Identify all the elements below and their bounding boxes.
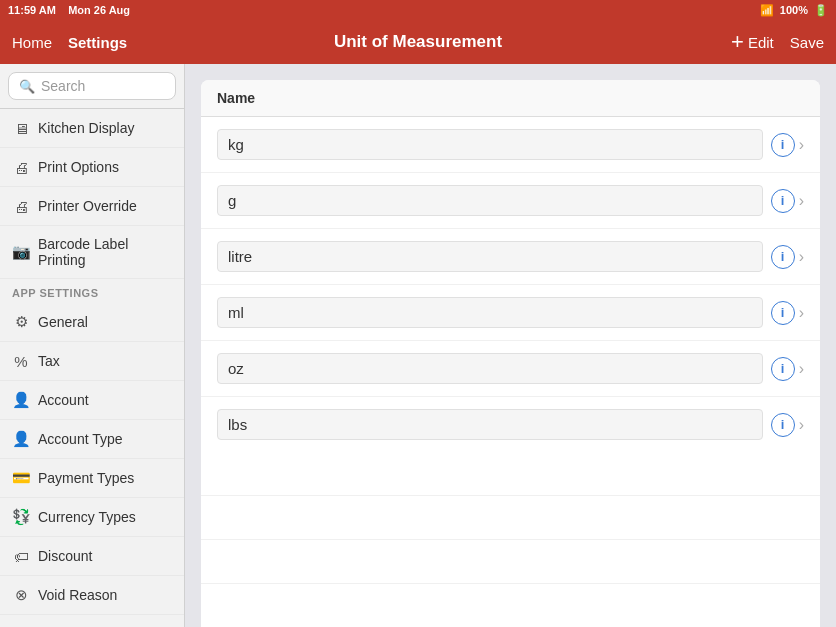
add-edit-button[interactable]: + Edit (731, 29, 774, 55)
save-button[interactable]: Save (790, 34, 824, 51)
sidebar-item-kitchen-display[interactable]: 🖥Kitchen Display (0, 109, 184, 148)
status-indicators: 📶 100% 🔋 (760, 4, 828, 17)
chevron-icon-ml[interactable]: › (799, 304, 804, 322)
main-layout: 🔍 Search 🖥Kitchen Display🖨Print Options🖨… (0, 64, 836, 627)
sidebar-label-print-options: Print Options (38, 159, 119, 175)
barcode-label-icon: 📷 (12, 243, 30, 261)
sidebar-label-discount: Discount (38, 548, 92, 564)
battery-icon: 🔋 (814, 4, 828, 17)
sidebar-item-printer-override[interactable]: 🖨Printer Override (0, 187, 184, 226)
wifi-icon: 📶 (760, 4, 774, 17)
status-time: 11:59 AM Mon 26 Aug (8, 4, 130, 16)
plus-icon: + (731, 29, 744, 55)
nav-bar: Home Settings Unit of Measurement + Edit… (0, 20, 836, 64)
info-button-g[interactable]: i (771, 189, 795, 213)
discount-icon: 🏷 (12, 547, 30, 565)
table-row[interactable]: mli› (201, 285, 820, 341)
chevron-icon-g[interactable]: › (799, 192, 804, 210)
table-row[interactable]: litrei› (201, 229, 820, 285)
sidebar-label-kitchen-display: Kitchen Display (38, 120, 135, 136)
search-input[interactable]: Search (41, 78, 85, 94)
home-button[interactable]: Home (12, 34, 52, 51)
sidebar-label-account: Account (38, 392, 89, 408)
table-row[interactable]: ozi› (201, 341, 820, 397)
account-type-icon: 👤 (12, 430, 30, 448)
chevron-icon-lbs[interactable]: › (799, 416, 804, 434)
table-row[interactable]: gi› (201, 173, 820, 229)
main-content: Name kgi›gi›litrei›mli›ozi›lbsi› - Setup… (185, 64, 836, 627)
sidebar-label-account-type: Account Type (38, 431, 123, 447)
sidebar-item-currency-types[interactable]: 💱Currency Types (0, 498, 184, 537)
sidebar-item-general[interactable]: ⚙General (0, 303, 184, 342)
nav-title: Unit of Measurement (334, 32, 502, 52)
info-button-ml[interactable]: i (771, 301, 795, 325)
currency-types-icon: 💱 (12, 508, 30, 526)
kitchen-display-icon: 🖥 (12, 119, 30, 137)
printer-override-icon: 🖨 (12, 197, 30, 215)
row-actions-lbs: i› (771, 413, 804, 437)
print-options-icon: 🖨 (12, 158, 30, 176)
row-actions-oz: i› (771, 357, 804, 381)
sidebar-item-account[interactable]: 👤Account (0, 381, 184, 420)
sidebar: 🔍 Search 🖥Kitchen Display🖨Print Options🖨… (0, 64, 185, 627)
empty-row (201, 540, 820, 584)
table-row[interactable]: lbsi› (201, 397, 820, 452)
general-icon: ⚙ (12, 313, 30, 331)
row-actions-kg: i› (771, 133, 804, 157)
search-icon: 🔍 (19, 79, 35, 94)
search-box[interactable]: 🔍 Search (8, 72, 176, 100)
sidebar-item-payment-types[interactable]: 💳Payment Types (0, 459, 184, 498)
search-container: 🔍 Search (0, 64, 184, 109)
table-rows: kgi›gi›litrei›mli›ozi›lbsi› (201, 117, 820, 452)
row-actions-ml: i› (771, 301, 804, 325)
payment-types-icon: 💳 (12, 469, 30, 487)
row-name-kg: kg (217, 129, 763, 160)
sidebar-item-print-options[interactable]: 🖨Print Options (0, 148, 184, 187)
app-settings-header: APP SETTINGS (0, 279, 184, 303)
content-card: Name kgi›gi›litrei›mli›ozi›lbsi› (201, 80, 820, 627)
sidebar-label-tax: Tax (38, 353, 60, 369)
row-name-lbs: lbs (217, 409, 763, 440)
nav-right: + Edit Save (731, 29, 824, 55)
chevron-icon-oz[interactable]: › (799, 360, 804, 378)
sidebar-label-printer-override: Printer Override (38, 198, 137, 214)
sidebar-items: 🖥Kitchen Display🖨Print Options🖨Printer O… (0, 109, 184, 627)
sidebar-label-void-reason: Void Reason (38, 587, 117, 603)
sidebar-item-discount[interactable]: 🏷Discount (0, 537, 184, 576)
row-actions-litre: i› (771, 245, 804, 269)
empty-row (201, 496, 820, 540)
table-header: Name (201, 80, 820, 117)
empty-row (201, 584, 820, 627)
battery-indicator: 100% (780, 4, 808, 16)
info-button-lbs[interactable]: i (771, 413, 795, 437)
sidebar-item-tax[interactable]: %Tax (0, 342, 184, 381)
row-name-g: g (217, 185, 763, 216)
account-icon: 👤 (12, 391, 30, 409)
sidebar-item-course[interactable]: 🍽Course (0, 615, 184, 627)
sidebar-label-payment-types: Payment Types (38, 470, 134, 486)
row-name-litre: litre (217, 241, 763, 272)
row-actions-g: i› (771, 189, 804, 213)
nav-left: Home Settings (12, 34, 127, 51)
info-button-kg[interactable]: i (771, 133, 795, 157)
sidebar-item-void-reason[interactable]: ⊗Void Reason (0, 576, 184, 615)
sidebar-label-currency-types: Currency Types (38, 509, 136, 525)
void-reason-icon: ⊗ (12, 586, 30, 604)
empty-row (201, 452, 820, 496)
empty-rows (201, 452, 820, 627)
row-name-oz: oz (217, 353, 763, 384)
info-button-oz[interactable]: i (771, 357, 795, 381)
info-button-litre[interactable]: i (771, 245, 795, 269)
sidebar-item-account-type[interactable]: 👤Account Type (0, 420, 184, 459)
sidebar-item-barcode-label[interactable]: 📷Barcode Label Printing (0, 226, 184, 279)
status-bar: 11:59 AM Mon 26 Aug 📶 100% 🔋 (0, 0, 836, 20)
chevron-icon-litre[interactable]: › (799, 248, 804, 266)
chevron-icon-kg[interactable]: › (799, 136, 804, 154)
settings-button[interactable]: Settings (68, 34, 127, 51)
sidebar-label-barcode-label: Barcode Label Printing (38, 236, 172, 268)
row-name-ml: ml (217, 297, 763, 328)
table-row[interactable]: kgi› (201, 117, 820, 173)
tax-icon: % (12, 352, 30, 370)
sidebar-label-general: General (38, 314, 88, 330)
